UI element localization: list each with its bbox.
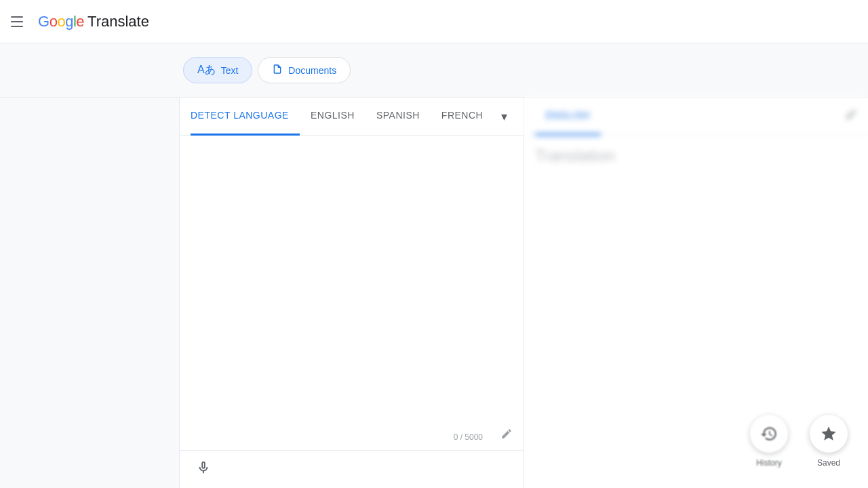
input-type-tabs: Aあ Text Documents — [183, 57, 351, 83]
saved-button[interactable]: Saved — [810, 415, 848, 468]
output-language-tabs: ENGLISH — [524, 98, 868, 136]
history-button[interactable]: History — [750, 415, 788, 468]
sub-header: Aあ Text Documents — [0, 43, 868, 98]
source-french-label: FRENCH — [441, 110, 483, 121]
more-languages-button[interactable]: ▾ — [496, 104, 513, 129]
app-logo: Google Translate — [38, 13, 149, 30]
char-count: 0 / 5000 — [454, 432, 483, 442]
source-panel: DETECT LANGUAGE ENGLISH SPANISH FRENCH ▾… — [180, 98, 524, 488]
translation-placeholder: Translation — [535, 146, 615, 165]
detect-language-label: DETECT LANGUAGE — [191, 110, 289, 121]
source-text-input[interactable] — [191, 146, 513, 439]
documents-tab-icon — [272, 64, 283, 77]
saved-icon-circle — [810, 415, 848, 453]
saved-label: Saved — [817, 458, 840, 468]
source-spanish-label: SPANISH — [376, 110, 420, 121]
text-tab-icon: Aあ — [197, 63, 216, 77]
history-label: History — [756, 458, 781, 468]
edit-icon[interactable] — [500, 428, 513, 443]
source-text-section: 0 / 5000 — [180, 136, 524, 450]
tab-documents[interactable]: Documents — [258, 57, 351, 83]
left-sidebar — [0, 98, 180, 488]
source-english-label: ENGLISH — [311, 110, 355, 121]
detect-language-tab[interactable]: DETECT LANGUAGE — [191, 98, 300, 136]
bottom-float-buttons: History Saved — [750, 415, 848, 468]
source-spanish-tab[interactable]: SPANISH — [366, 98, 431, 136]
logo-translate-text: Translate — [87, 13, 149, 30]
tab-text[interactable]: Aあ Text — [183, 57, 252, 83]
output-english-tab[interactable]: ENGLISH — [535, 98, 601, 136]
output-english-label: ENGLISH — [546, 110, 590, 121]
output-translation-text: Translation — [524, 136, 868, 176]
source-bottom-toolbar — [180, 450, 524, 488]
microphone-button[interactable] — [191, 455, 216, 485]
logo-google-text: Google — [38, 13, 84, 30]
source-language-tabs: DETECT LANGUAGE ENGLISH SPANISH FRENCH ▾ — [180, 98, 524, 136]
history-icon-circle — [750, 415, 788, 453]
tab-text-label: Text — [221, 65, 239, 76]
output-edit-icon[interactable] — [845, 108, 857, 124]
source-english-tab[interactable]: ENGLISH — [300, 98, 366, 136]
main-content: DETECT LANGUAGE ENGLISH SPANISH FRENCH ▾… — [0, 98, 868, 488]
app-header: Google Translate — [0, 0, 868, 43]
tab-documents-label: Documents — [288, 65, 336, 76]
hamburger-menu-button[interactable] — [11, 14, 27, 30]
chevron-down-icon: ▾ — [501, 110, 507, 123]
source-french-tab[interactable]: FRENCH — [431, 98, 494, 136]
